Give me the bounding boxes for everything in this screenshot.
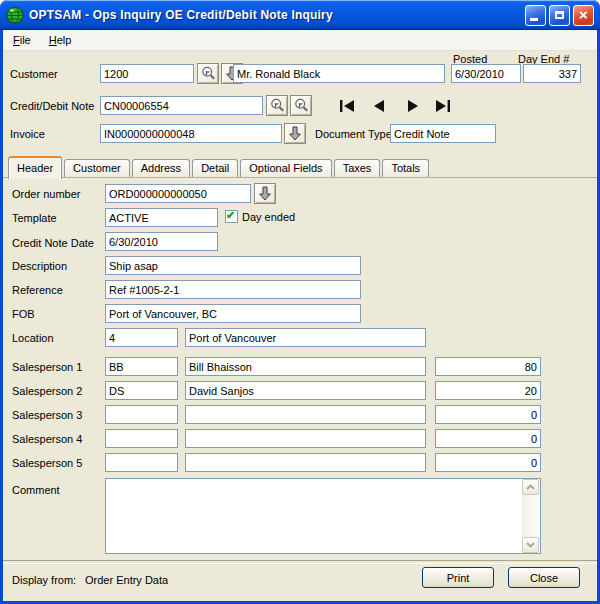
- salesperson-3-percent-input[interactable]: [435, 405, 541, 424]
- credit-debit-note-input[interactable]: [100, 96, 263, 115]
- salesperson-1-label: Salesperson 1: [12, 361, 82, 373]
- comment-scrollbar[interactable]: [522, 479, 539, 553]
- day-end-number-field[interactable]: [523, 64, 581, 83]
- posted-date-field[interactable]: [451, 64, 521, 83]
- credit-note-date-label: Credit Note Date: [12, 237, 94, 249]
- description-label: Description: [12, 260, 67, 272]
- location-label: Location: [12, 332, 54, 344]
- credit-note-date-input[interactable]: [105, 232, 218, 251]
- document-type-label: Document Type: [315, 128, 392, 140]
- salesperson-5-label: Salesperson 5: [12, 457, 82, 469]
- nav-next-record-button[interactable]: [402, 98, 424, 114]
- credit-debit-note-label: Credit/Debit Note: [10, 100, 94, 112]
- tab-totals[interactable]: Totals: [382, 159, 429, 178]
- minimize-button[interactable]: [525, 5, 546, 26]
- title-bar: OPTSAM - Ops Inquiry OE Credit/Debit Not…: [0, 0, 600, 30]
- tab-detail[interactable]: Detail: [192, 159, 238, 178]
- salesperson-2-name-field[interactable]: [185, 381, 426, 400]
- salesperson-3-name-field[interactable]: [185, 405, 426, 424]
- scroll-down-button[interactable]: [522, 537, 539, 553]
- app-globe-icon: [6, 6, 24, 24]
- tab-customer[interactable]: Customer: [64, 159, 130, 178]
- display-from-value: Order Entry Data: [85, 574, 168, 586]
- menu-help[interactable]: Help: [47, 33, 74, 47]
- close-icon: ×: [579, 7, 588, 22]
- svg-text:F: F: [205, 69, 210, 77]
- last-record-icon: [434, 100, 452, 112]
- maximize-button[interactable]: [549, 5, 570, 26]
- customer-name-field[interactable]: [233, 64, 445, 83]
- location-code-input[interactable]: [105, 328, 178, 347]
- window-title: OPTSAM - Ops Inquiry OE Credit/Debit Not…: [29, 8, 519, 22]
- tab-page-top-edge: [3, 177, 597, 178]
- dialog-client-area: Posted Day End # Customer F Cre: [3, 51, 597, 601]
- footer-divider: [3, 560, 597, 564]
- next-record-icon: [406, 100, 420, 112]
- reference-input[interactable]: [105, 280, 361, 299]
- salesperson-2-code-input[interactable]: [105, 381, 178, 400]
- comment-textarea[interactable]: [105, 478, 541, 554]
- tab-address[interactable]: Address: [132, 159, 190, 178]
- salesperson-3-label: Salesperson 3: [12, 409, 82, 421]
- invoice-input[interactable]: [100, 124, 282, 143]
- salesperson-4-label: Salesperson 4: [12, 433, 82, 445]
- menu-bar: File Help: [3, 30, 597, 51]
- finder-magnifier-icon: F: [294, 98, 309, 113]
- template-label: Template: [12, 212, 57, 224]
- chevron-down-icon: [526, 542, 535, 548]
- salesperson-5-code-input[interactable]: [105, 453, 178, 472]
- comment-label: Comment: [12, 484, 60, 496]
- minimize-icon: [530, 18, 538, 21]
- close-button[interactable]: Close: [508, 567, 580, 588]
- description-input[interactable]: [105, 256, 361, 275]
- previous-record-icon: [372, 100, 386, 112]
- template-input[interactable]: [105, 208, 218, 227]
- print-button[interactable]: Print: [422, 567, 494, 588]
- scroll-up-button[interactable]: [522, 479, 539, 495]
- finder-magnifier-icon: F: [201, 66, 216, 81]
- salesperson-2-percent-input[interactable]: [435, 381, 541, 400]
- nav-first-record-button[interactable]: [336, 98, 358, 114]
- salesperson-1-percent-input[interactable]: [435, 357, 541, 376]
- fob-input[interactable]: [105, 304, 361, 323]
- close-window-button[interactable]: ×: [573, 5, 594, 26]
- nav-last-record-button[interactable]: [432, 98, 454, 114]
- invoice-label: Invoice: [10, 128, 45, 140]
- salesperson-1-name-field[interactable]: [185, 357, 426, 376]
- note-finder-button[interactable]: F: [266, 95, 288, 116]
- drilldown-arrow-icon: [258, 186, 272, 201]
- order-drilldown-button[interactable]: [254, 183, 276, 204]
- tab-taxes[interactable]: Taxes: [334, 159, 381, 178]
- customer-label: Customer: [10, 68, 58, 80]
- salesperson-5-name-field[interactable]: [185, 453, 426, 472]
- window-frame: File Help Posted Day End # Customer F: [3, 30, 597, 601]
- order-number-label: Order number: [12, 188, 80, 200]
- location-name-field[interactable]: [185, 328, 426, 347]
- reference-label: Reference: [12, 284, 63, 296]
- document-type-field[interactable]: [390, 124, 496, 143]
- tab-optional-fields[interactable]: Optional Fields: [240, 159, 331, 178]
- salesperson-4-name-field[interactable]: [185, 429, 426, 448]
- menu-file[interactable]: File: [11, 33, 33, 47]
- day-ended-label: Day ended: [242, 211, 295, 223]
- svg-text:F: F: [274, 101, 279, 109]
- first-record-icon: [338, 100, 356, 112]
- salesperson-3-code-input[interactable]: [105, 405, 178, 424]
- app-window: OPTSAM - Ops Inquiry OE Credit/Debit Not…: [0, 0, 600, 604]
- customer-finder-button[interactable]: F: [197, 63, 219, 84]
- note-zoom-finder-button[interactable]: F: [290, 95, 312, 116]
- salesperson-1-code-input[interactable]: [105, 357, 178, 376]
- salesperson-4-percent-input[interactable]: [435, 429, 541, 448]
- salesperson-2-label: Salesperson 2: [12, 385, 82, 397]
- customer-code-input[interactable]: [100, 64, 194, 83]
- maximize-icon: [555, 11, 564, 19]
- nav-previous-record-button[interactable]: [368, 98, 390, 114]
- display-from-label: Display from:: [12, 574, 76, 586]
- svg-text:F: F: [298, 101, 303, 109]
- salesperson-5-percent-input[interactable]: [435, 453, 541, 472]
- order-number-input[interactable]: [105, 184, 251, 203]
- day-ended-checkbox[interactable]: [225, 210, 238, 223]
- tab-header[interactable]: Header: [8, 156, 62, 179]
- invoice-drilldown-button[interactable]: [284, 123, 306, 144]
- salesperson-4-code-input[interactable]: [105, 429, 178, 448]
